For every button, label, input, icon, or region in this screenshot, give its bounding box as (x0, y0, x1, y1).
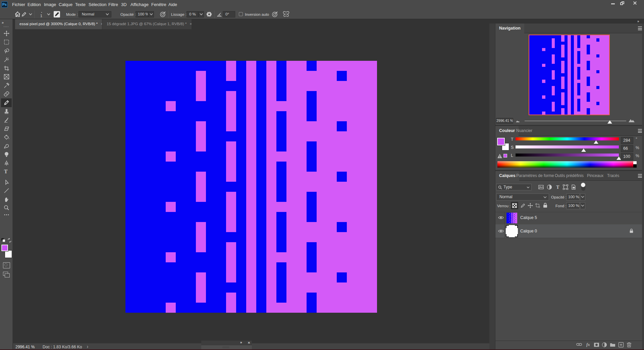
svg-text:fx: fx (586, 342, 590, 347)
svg-text:T: T (556, 185, 559, 190)
